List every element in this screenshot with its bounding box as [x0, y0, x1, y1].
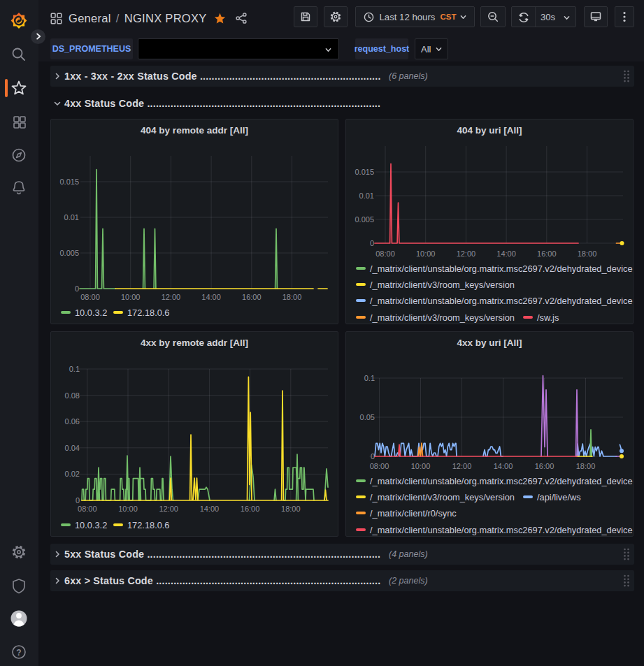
svg-text:14:00: 14:00 [200, 505, 220, 513]
svg-text:/_matrix/client/unstable/org.m: /_matrix/client/unstable/org.matrix.msc2… [370, 525, 633, 535]
svg-text:0.015: 0.015 [59, 178, 79, 186]
svg-text:08:00: 08:00 [80, 293, 100, 301]
svg-text:/_matrix/client/v3/room_keys/v: /_matrix/client/v3/room_keys/version [370, 280, 515, 290]
svg-text:14:00: 14:00 [494, 462, 513, 470]
svg-text:/sw.js: /sw.js [537, 312, 559, 323]
svg-text:/_matrix/client/unstable/org.m: /_matrix/client/unstable/org.matrix.msc2… [370, 296, 633, 306]
svg-text:18:00: 18:00 [578, 249, 597, 258]
svg-text:0.01: 0.01 [64, 213, 79, 222]
svg-text:0.06: 0.06 [65, 417, 80, 426]
svg-text:0: 0 [75, 284, 79, 293]
svg-text:08:00: 08:00 [375, 249, 395, 258]
svg-text:18:00: 18:00 [576, 462, 596, 470]
svg-text:/_matrix/client/unstable/org.m: /_matrix/client/unstable/org.matrix.msc2… [370, 476, 633, 486]
svg-text:10.0.3.2: 10.0.3.2 [75, 520, 107, 530]
svg-text:0.005: 0.005 [59, 249, 79, 257]
svg-text:16:00: 16:00 [242, 293, 262, 301]
svg-text:/_matrix/client/v3/room_keys/v: /_matrix/client/v3/room_keys/version [370, 492, 515, 502]
svg-text:0.1: 0.1 [364, 374, 375, 382]
svg-text:10:00: 10:00 [411, 462, 431, 470]
svg-text:/_matrix/client/unstable/org.m: /_matrix/client/unstable/org.matrix.msc2… [370, 263, 633, 274]
svg-text:0.08: 0.08 [65, 391, 80, 400]
svg-text:0.04: 0.04 [65, 444, 80, 452]
svg-text:172.18.0.6: 172.18.0.6 [127, 307, 170, 318]
svg-text:08:00: 08:00 [370, 462, 389, 470]
svg-text:0.02: 0.02 [65, 470, 80, 478]
svg-text:16:00: 16:00 [537, 249, 557, 258]
svg-text:0: 0 [371, 452, 375, 461]
svg-text:0.015: 0.015 [355, 168, 374, 176]
svg-text:0: 0 [76, 496, 80, 505]
svg-text:10:00: 10:00 [118, 505, 138, 513]
svg-text:?: ? [16, 648, 21, 658]
svg-text:18:00: 18:00 [281, 505, 301, 513]
svg-text:08:00: 08:00 [78, 505, 97, 513]
svg-text:16:00: 16:00 [241, 505, 260, 513]
svg-text:14:00: 14:00 [201, 293, 221, 301]
svg-text:/api/live/ws: /api/live/ws [537, 492, 581, 502]
svg-text:12:00: 12:00 [159, 505, 178, 513]
svg-text:0: 0 [370, 239, 374, 247]
svg-text:18:00: 18:00 [282, 293, 302, 301]
svg-text:0.1: 0.1 [69, 365, 80, 373]
svg-text:12:00: 12:00 [452, 462, 472, 470]
svg-text:16:00: 16:00 [535, 462, 554, 470]
svg-text:/_matrix/client/v3/room_keys/v: /_matrix/client/v3/room_keys/version [370, 312, 515, 323]
svg-text:0.05: 0.05 [360, 413, 375, 421]
svg-text:14:00: 14:00 [496, 249, 516, 258]
svg-text:12:00: 12:00 [457, 249, 476, 258]
svg-text:10.0.3.2: 10.0.3.2 [75, 307, 107, 318]
svg-text:0.005: 0.005 [355, 215, 374, 224]
svg-text:12:00: 12:00 [162, 293, 181, 301]
svg-text:10:00: 10:00 [416, 249, 436, 258]
svg-text:/_matrix/client/r0/sync: /_matrix/client/r0/sync [370, 508, 457, 519]
svg-text:0.01: 0.01 [359, 191, 374, 200]
svg-text:10:00: 10:00 [121, 293, 141, 301]
svg-text:172.18.0.6: 172.18.0.6 [127, 520, 170, 530]
